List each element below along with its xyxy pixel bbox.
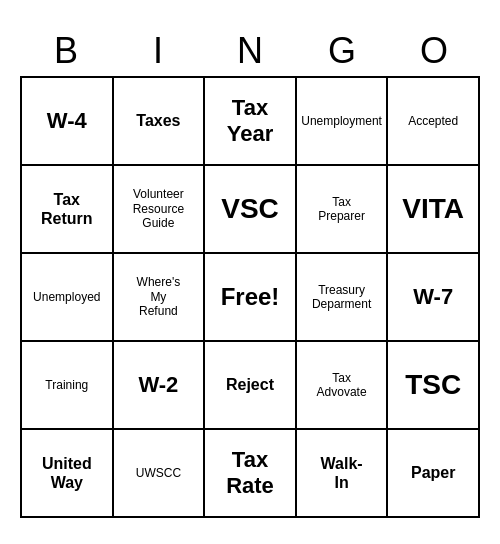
cell-text: Walk-In: [321, 454, 363, 492]
cell-text: TaxYear: [227, 95, 274, 148]
cell-r4-c4: Paper: [388, 430, 480, 518]
cell-text: Unemployed: [33, 290, 100, 304]
cell-text: TaxRate: [226, 447, 274, 500]
cell-r0-c2: TaxYear: [205, 78, 297, 166]
cell-text: TaxAdvovate: [317, 371, 367, 400]
cell-text: Taxes: [136, 111, 180, 130]
cell-text: W-2: [138, 372, 178, 398]
header-letter: I: [112, 26, 204, 76]
cell-r1-c1: VolunteerResourceGuide: [114, 166, 206, 254]
cell-text: Free!: [221, 283, 280, 312]
cell-text: TaxReturn: [41, 190, 93, 228]
cell-r2-c2: Free!: [205, 254, 297, 342]
header-letter: G: [296, 26, 388, 76]
cell-r3-c4: TSC: [388, 342, 480, 430]
cell-r4-c0: UnitedWay: [22, 430, 114, 518]
header-letter: O: [388, 26, 480, 76]
cell-text: UWSCC: [136, 466, 181, 480]
cell-text: Accepted: [408, 114, 458, 128]
cell-r3-c2: Reject: [205, 342, 297, 430]
cell-r0-c1: Taxes: [114, 78, 206, 166]
cell-text: W-7: [413, 284, 453, 310]
bingo-header: BINGO: [20, 26, 480, 76]
cell-text: TSC: [405, 368, 461, 402]
cell-r0-c0: W-4: [22, 78, 114, 166]
bingo-card: BINGO W-4TaxesTaxYearUnemploymentAccepte…: [20, 26, 480, 518]
cell-r4-c2: TaxRate: [205, 430, 297, 518]
cell-text: Paper: [411, 463, 455, 482]
cell-text: Where'sMyRefund: [137, 275, 181, 318]
cell-text: VolunteerResourceGuide: [133, 187, 184, 230]
cell-r0-c4: Accepted: [388, 78, 480, 166]
cell-r3-c3: TaxAdvovate: [297, 342, 389, 430]
cell-r4-c1: UWSCC: [114, 430, 206, 518]
cell-text: Reject: [226, 375, 274, 394]
cell-r1-c0: TaxReturn: [22, 166, 114, 254]
cell-text: VSC: [221, 192, 279, 226]
cell-text: Unemployment: [301, 114, 382, 128]
cell-r1-c3: TaxPreparer: [297, 166, 389, 254]
header-letter: N: [204, 26, 296, 76]
cell-r3-c1: W-2: [114, 342, 206, 430]
cell-r3-c0: Training: [22, 342, 114, 430]
cell-r0-c3: Unemployment: [297, 78, 389, 166]
cell-text: UnitedWay: [42, 454, 92, 492]
cell-r2-c0: Unemployed: [22, 254, 114, 342]
bingo-grid: W-4TaxesTaxYearUnemploymentAcceptedTaxRe…: [20, 76, 480, 518]
header-letter: B: [20, 26, 112, 76]
cell-text: W-4: [47, 108, 87, 134]
cell-r2-c3: TreasuryDeparment: [297, 254, 389, 342]
cell-text: TreasuryDeparment: [312, 283, 371, 312]
cell-r2-c1: Where'sMyRefund: [114, 254, 206, 342]
cell-r4-c3: Walk-In: [297, 430, 389, 518]
cell-text: Training: [45, 378, 88, 392]
cell-text: TaxPreparer: [318, 195, 365, 224]
cell-text: VITA: [402, 192, 464, 226]
cell-r1-c4: VITA: [388, 166, 480, 254]
cell-r2-c4: W-7: [388, 254, 480, 342]
cell-r1-c2: VSC: [205, 166, 297, 254]
